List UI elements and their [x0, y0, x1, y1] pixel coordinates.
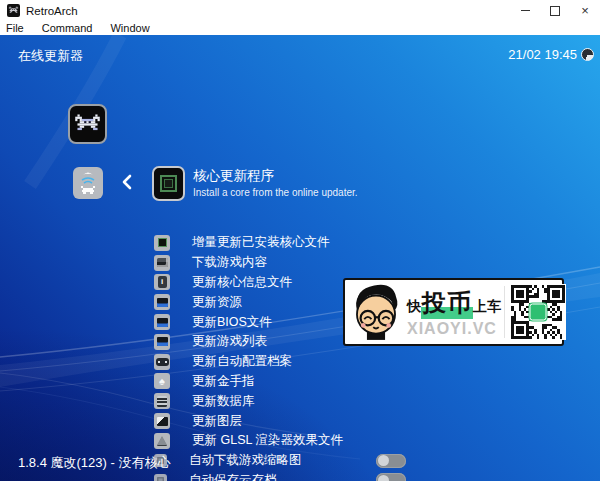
list-item[interactable]: 下载游戏内容: [154, 253, 454, 273]
list-item-label: 更新 GLSL 渲染器效果文件: [192, 432, 343, 449]
close-button[interactable]: ×: [570, 0, 600, 21]
archive-icon: [154, 294, 170, 310]
qr-center-logo: [530, 304, 547, 321]
core-chip-icon: [160, 175, 177, 192]
list-item[interactable]: 更新 GLSL 渲染器效果文件: [154, 431, 454, 451]
clock-area: 21/02 19:45: [508, 47, 594, 62]
spade-icon: [154, 373, 170, 389]
watermark-divider: [504, 286, 505, 338]
list-item-label: 自动下载游戏缩略图: [189, 452, 302, 469]
overlay-icon: [154, 413, 170, 429]
download-waves-glyph: [77, 171, 99, 195]
archive-icon: [154, 334, 170, 350]
watermark-slogan: 快 投币 上车: [407, 287, 501, 319]
clock-text: 21/02 19:45: [508, 47, 577, 62]
chip-icon: [154, 235, 170, 251]
menu-bar: File Command Window: [0, 21, 600, 35]
menu-command[interactable]: Command: [42, 22, 93, 34]
shader-icon: [154, 433, 170, 449]
retroarch-invader-glyph: [73, 114, 102, 135]
online-updater-icon[interactable]: [73, 167, 103, 199]
qr-code: [510, 284, 566, 340]
watermark-text: 快 投币 上车 XIAOYI.VC: [405, 287, 501, 338]
slogan-suffix: 上车: [473, 298, 501, 316]
maximize-button[interactable]: [540, 0, 570, 21]
list-item[interactable]: 更新自动配置档案: [154, 352, 454, 372]
battery-icon: [581, 48, 594, 61]
selected-entry-subtitle: Install a core from the online updater.: [193, 187, 358, 198]
menu-window[interactable]: Window: [110, 22, 149, 34]
disk-icon: [154, 255, 170, 271]
cartoon-avatar: [347, 280, 405, 344]
updater-menu-list: 增量更新已安装核心文件下载游戏内容更新核心信息文件更新资源更新BIOS文件更新游…: [154, 233, 454, 481]
close-icon: ×: [581, 4, 589, 17]
retroarch-invader-glyph: [8, 6, 19, 15]
list-item[interactable]: 增量更新已安装核心文件: [154, 233, 454, 253]
list-item-label: 自动保存云存档: [189, 472, 277, 481]
app-icon: [7, 4, 20, 17]
minimize-button[interactable]: [510, 0, 540, 21]
list-item[interactable]: 自动下载游戏缩略图: [154, 451, 454, 471]
back-chevron-icon: [121, 174, 132, 194]
list-item[interactable]: 自动保存云存档: [154, 471, 454, 481]
toggle-switch[interactable]: [376, 454, 406, 468]
minimize-icon: [521, 10, 530, 11]
slogan-emphasis: 投币: [421, 287, 473, 319]
list-item-label: 增量更新已安装核心文件: [192, 234, 330, 251]
slogan-prefix: 快: [407, 298, 421, 316]
version-status: 1.8.4 魔改(123) - 没有核心: [18, 454, 170, 472]
list-item-label: 更新游戏列表: [192, 333, 267, 350]
title-bar: RetroArch ×: [0, 0, 600, 21]
gamepad-icon: [154, 354, 170, 370]
list-item-label: 更新BIOS文件: [192, 314, 272, 331]
list-item[interactable]: 更新金手指: [154, 372, 454, 392]
archive-icon: [154, 314, 170, 330]
cloud-icon: [154, 474, 167, 481]
database-icon: [154, 393, 170, 409]
core-updater-icon[interactable]: [152, 166, 185, 201]
list-item-label: 更新图层: [192, 413, 242, 430]
list-item[interactable]: 更新数据库: [154, 391, 454, 411]
list-item-label: 更新数据库: [192, 393, 255, 410]
list-item-label: 下载游戏内容: [192, 254, 267, 271]
maximize-icon: [550, 6, 560, 16]
list-item-label: 更新核心信息文件: [192, 274, 292, 291]
list-item[interactable]: 更新图层: [154, 411, 454, 431]
list-item-label: 更新金手指: [192, 373, 255, 390]
menu-file[interactable]: File: [6, 22, 24, 34]
list-item-label: 更新自动配置档案: [192, 353, 292, 370]
xmb-stage: 在线更新器 21/02 19:45: [0, 35, 600, 481]
retroarch-logo: [68, 104, 107, 144]
info-icon: [154, 274, 170, 290]
watermark-banner: 快 投币 上车 XIAOYI.VC: [343, 278, 564, 346]
retroarch-window: RetroArch × File Command Window 在线更新器 21…: [0, 0, 600, 481]
watermark-site: XIAOYI.VC: [407, 320, 497, 338]
window-title: RetroArch: [26, 5, 78, 17]
selected-entry-title: 核心更新程序: [193, 167, 274, 185]
toggle-switch[interactable]: [376, 473, 406, 481]
page-title: 在线更新器: [18, 47, 83, 65]
list-item-label: 更新资源: [192, 294, 242, 311]
